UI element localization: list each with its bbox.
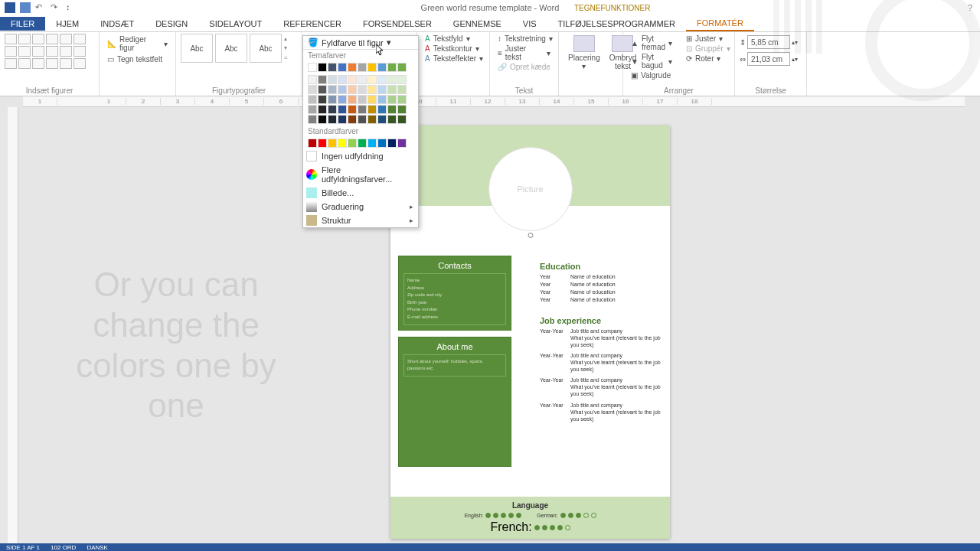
color-swatch[interactable] <box>397 63 407 72</box>
more-colors-item[interactable]: Flere udfyldningsfarver... <box>303 163 418 186</box>
language-footer[interactable]: Language English:German: French: <box>390 497 670 539</box>
color-swatch[interactable] <box>397 75 407 84</box>
color-swatch[interactable] <box>397 85 407 94</box>
color-swatch[interactable] <box>348 105 357 114</box>
color-swatch[interactable] <box>377 85 387 94</box>
color-swatch[interactable] <box>318 85 327 94</box>
color-swatch[interactable] <box>368 115 377 124</box>
color-swatch[interactable] <box>318 95 327 104</box>
tab-design[interactable]: DESIGN <box>145 17 198 31</box>
document-page[interactable]: Picture Contacts NameAddressZip code and… <box>390 126 670 539</box>
color-swatch[interactable] <box>368 63 377 72</box>
color-swatch[interactable] <box>308 139 317 148</box>
color-swatch[interactable] <box>387 63 397 72</box>
text-direction-button[interactable]: ↕ Tekstretning ▾ <box>495 34 554 44</box>
save-icon[interactable] <box>20 2 31 13</box>
style-preset[interactable]: Abc <box>250 34 282 63</box>
color-swatch[interactable] <box>358 139 367 148</box>
color-swatch[interactable] <box>377 75 387 84</box>
tab-referencer[interactable]: REFERENCER <box>273 17 352 31</box>
color-swatch[interactable] <box>387 95 397 104</box>
tab-forsendelser[interactable]: FORSENDELSER <box>352 17 443 31</box>
bring-forward-button[interactable]: ▲ Flyt fremad ▾ <box>628 34 675 52</box>
tab-tilfojelse[interactable]: TILFØJELSESPROGRAMMER <box>547 17 686 31</box>
color-swatch[interactable] <box>338 95 347 104</box>
color-swatch[interactable] <box>328 139 337 148</box>
draw-textbox-button[interactable]: ▭ Tegn tekstfelt <box>104 54 171 65</box>
color-swatch[interactable] <box>308 75 317 84</box>
shapes-gallery[interactable] <box>5 34 94 69</box>
color-swatch[interactable] <box>358 85 367 94</box>
color-swatch[interactable] <box>328 105 337 114</box>
style-preset[interactable]: Abc <box>181 34 213 63</box>
text-fill-button[interactable]: ATekstfyld ▾ <box>422 34 485 44</box>
contacts-box[interactable]: Contacts NameAddressZip code and cityBir… <box>398 256 511 331</box>
color-swatch[interactable] <box>377 95 387 104</box>
help-icon[interactable]: ? <box>968 3 972 12</box>
color-swatch[interactable] <box>308 63 317 72</box>
color-swatch[interactable] <box>348 63 357 72</box>
touch-icon[interactable]: ↕ <box>66 2 77 13</box>
color-swatch[interactable] <box>377 139 387 148</box>
color-swatch[interactable] <box>368 75 377 84</box>
create-link-button[interactable]: 🔗 Opret kæde <box>495 62 554 72</box>
color-swatch[interactable] <box>328 85 337 94</box>
color-swatch[interactable] <box>328 75 337 84</box>
color-swatch[interactable] <box>368 95 377 104</box>
group-button[interactable]: ⊡ Gruppér ▾ <box>683 44 733 54</box>
color-swatch[interactable] <box>377 115 387 124</box>
send-backward-button[interactable]: ▼ Flyt bagud ▾ <box>628 52 675 70</box>
color-swatch[interactable] <box>308 115 317 124</box>
text-effects-button[interactable]: ATeksteffekter ▾ <box>422 54 485 64</box>
tab-sidelayout[interactable]: SIDELAYOUT <box>198 17 273 31</box>
undo-icon[interactable]: ↶ <box>35 2 46 13</box>
color-swatch[interactable] <box>397 139 407 148</box>
color-swatch[interactable] <box>338 115 347 124</box>
picture-placeholder[interactable]: Picture <box>488 147 573 231</box>
color-swatch[interactable] <box>348 139 357 148</box>
align-text-button[interactable]: ≡ Juster tekst ▾ <box>495 44 554 62</box>
tab-formater[interactable]: FORMATÉR <box>686 16 754 31</box>
shape-fill-dropdown[interactable]: 🪣Fyldfarve til figur ▾ Temafarver Standa… <box>302 35 419 228</box>
color-swatch[interactable] <box>308 95 317 104</box>
no-fill-item[interactable]: Ingen udfyldning <box>303 149 418 163</box>
style-preset[interactable]: Abc <box>215 34 247 63</box>
color-swatch[interactable] <box>358 63 367 72</box>
color-swatch[interactable] <box>348 115 357 124</box>
color-swatch[interactable] <box>358 95 367 104</box>
color-swatch[interactable] <box>377 63 387 72</box>
color-swatch[interactable] <box>318 139 327 148</box>
color-swatch[interactable] <box>387 75 397 84</box>
color-swatch[interactable] <box>338 75 347 84</box>
color-swatch[interactable] <box>368 105 377 114</box>
color-swatch[interactable] <box>348 75 357 84</box>
color-swatch[interactable] <box>387 139 397 148</box>
color-swatch[interactable] <box>358 75 367 84</box>
color-swatch[interactable] <box>328 63 337 72</box>
texture-item[interactable]: Struktur▸ <box>303 214 418 227</box>
color-swatch[interactable] <box>338 85 347 94</box>
tab-gennemse[interactable]: GENNEMSE <box>443 17 512 31</box>
color-swatch[interactable] <box>358 105 367 114</box>
color-swatch[interactable] <box>348 85 357 94</box>
shape-height-input[interactable]: 5,85 cm <box>747 35 790 49</box>
color-swatch[interactable] <box>318 63 327 72</box>
shape-width-input[interactable]: 21,03 cm <box>747 52 790 66</box>
horizontal-ruler[interactable]: 1123456789101112131415161718 <box>23 96 965 107</box>
color-swatch[interactable] <box>328 115 337 124</box>
text-outline-button[interactable]: ATekstkontur ▾ <box>422 44 485 54</box>
word-count[interactable]: 102 ORD <box>51 544 76 551</box>
color-swatch[interactable] <box>358 115 367 124</box>
selection-handle[interactable] <box>528 233 533 238</box>
selection-pane-button[interactable]: ▣ Valgrude <box>628 70 675 80</box>
edit-shape-button[interactable]: 📐 Rediger figur ▾ <box>104 34 171 54</box>
color-swatch[interactable] <box>387 115 397 124</box>
shape-style-gallery[interactable]: Abc Abc Abc ▴▾= <box>181 34 297 63</box>
color-swatch[interactable] <box>397 115 407 124</box>
page-indicator[interactable]: SIDE 1 AF 1 <box>6 544 40 551</box>
about-box[interactable]: About me Short about yourself: hobbies, … <box>398 337 511 467</box>
color-swatch[interactable] <box>377 105 387 114</box>
color-swatch[interactable] <box>397 105 407 114</box>
shape-fill-button[interactable]: 🪣Fyldfarve til figur ▾ <box>303 36 418 50</box>
color-swatch[interactable] <box>328 95 337 104</box>
